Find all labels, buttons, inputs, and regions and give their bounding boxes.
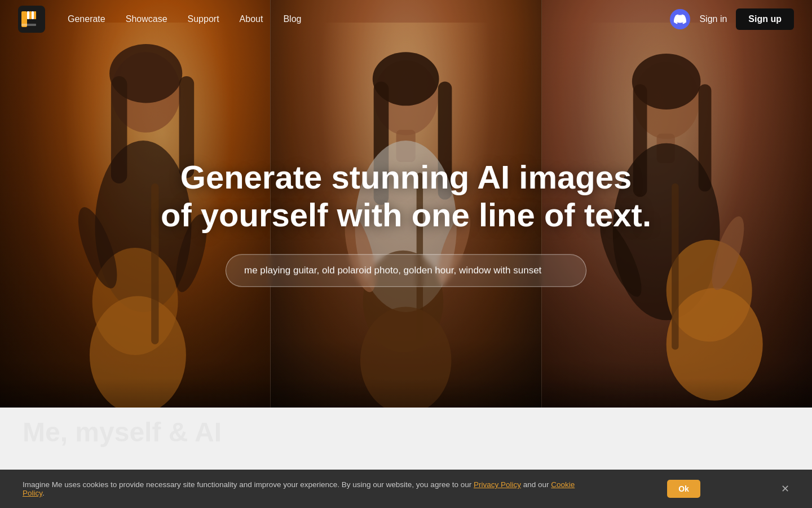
nav-blog[interactable]: Blog <box>283 14 301 24</box>
discord-icon[interactable] <box>670 9 690 29</box>
svg-rect-2 <box>27 11 29 19</box>
cookie-ok-button[interactable]: Ok <box>667 480 700 498</box>
nav-right: Sign in Sign up <box>670 8 794 30</box>
hero-title: Generate stunning AI images of yourself … <box>152 159 660 234</box>
below-hero-text: Me, myself & AI <box>23 417 222 448</box>
nav-generate[interactable]: Generate <box>68 14 105 24</box>
below-hero-section: Me, myself & AI <box>0 408 812 470</box>
hero-input-wrapper <box>152 255 660 287</box>
privacy-policy-link[interactable]: Privacy Policy <box>474 480 521 489</box>
prompt-input[interactable] <box>226 255 586 287</box>
signin-button[interactable]: Sign in <box>699 14 727 24</box>
svg-rect-5 <box>34 11 36 19</box>
main-nav: Generate Showcase Support About Blog Sig… <box>0 0 812 38</box>
hero-title-line1: Generate stunning AI images <box>180 159 632 195</box>
cookie-close-button[interactable]: ✕ <box>781 484 789 494</box>
signup-button[interactable]: Sign up <box>736 8 794 30</box>
nav-showcase[interactable]: Showcase <box>126 14 167 24</box>
svg-rect-3 <box>29 11 32 19</box>
hero-content: Generate stunning AI images of yourself … <box>152 159 660 287</box>
cookie-text-after: . <box>42 489 45 497</box>
nav-links: Generate Showcase Support About Blog <box>68 14 670 24</box>
hero-title-line2: of yourself with one line of text. <box>161 196 651 233</box>
hero-section: Generate stunning AI images of yourself … <box>0 0 812 446</box>
cookie-banner: Imagine Me uses cookies to provide neces… <box>0 470 812 508</box>
cookie-text: Imagine Me uses cookies to provide neces… <box>23 480 586 497</box>
svg-rect-4 <box>32 11 34 19</box>
nav-support[interactable]: Support <box>188 14 219 24</box>
cookie-text-between: and our <box>521 480 551 489</box>
logo[interactable] <box>18 6 45 33</box>
nav-about[interactable]: About <box>240 14 263 24</box>
svg-rect-6 <box>21 24 36 26</box>
cookie-text-before: Imagine Me uses cookies to provide neces… <box>23 480 474 489</box>
